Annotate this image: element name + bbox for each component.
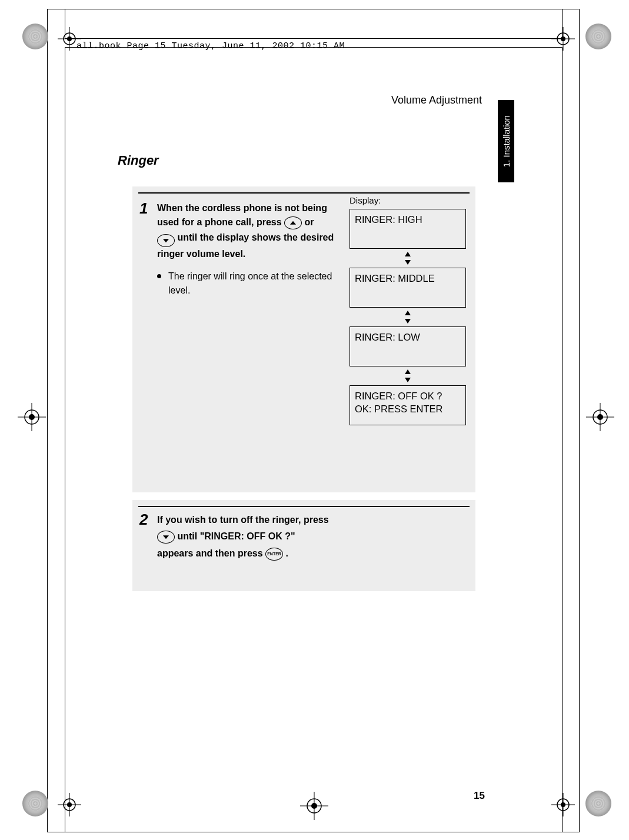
registration-target-icon xyxy=(18,403,46,431)
registration-target-icon xyxy=(549,791,577,819)
svg-marker-29 xyxy=(405,260,411,265)
display-box: RINGER: LOW xyxy=(350,326,466,366)
svg-marker-31 xyxy=(405,319,411,324)
step-number: 2 xyxy=(139,511,148,529)
step-text: used for a phone call, press xyxy=(157,217,284,227)
double-arrow-icon xyxy=(350,369,466,382)
display-box: RINGER: OFF OK ? OK: PRESS ENTER xyxy=(350,385,466,425)
step-rule xyxy=(138,192,470,194)
down-arrow-button-icon xyxy=(157,531,175,544)
double-arrow-icon xyxy=(350,311,466,324)
display-box: RINGER: MIDDLE xyxy=(350,268,466,308)
display-text: RINGER: LOW xyxy=(355,332,420,342)
step-instruction: When the cordless phone is not being use… xyxy=(157,201,337,298)
crop-line xyxy=(562,47,563,832)
svg-marker-33 xyxy=(405,378,411,382)
display-text: RINGER: OFF OK ? xyxy=(355,391,442,401)
enter-button-icon: ENTER xyxy=(265,548,283,561)
running-header: all.book Page 15 Tuesday, June 11, 2002 … xyxy=(76,41,345,51)
section-tab: 1. Installation xyxy=(498,100,514,182)
section-title: Ringer xyxy=(118,153,159,168)
crop-corner-icon xyxy=(22,791,48,816)
display-text: RINGER: HIGH xyxy=(355,214,422,225)
crop-line xyxy=(562,9,563,38)
section-tab-label: 1. Installation xyxy=(501,115,511,167)
page-header: Volume Adjustment xyxy=(391,94,482,106)
step-text: until "RINGER: OFF OK ?" xyxy=(177,531,295,541)
bullet-item: The ringer will ring once at the selecte… xyxy=(157,269,337,298)
registration-target-icon xyxy=(300,792,328,820)
bullet-icon xyxy=(157,274,161,278)
step-text: If you wish to turn off the ringer, pres… xyxy=(157,515,329,525)
registration-target-icon xyxy=(55,791,84,819)
up-arrow-button-icon xyxy=(284,216,302,229)
down-arrow-button-icon xyxy=(157,234,175,247)
step-panel-2: 2 If you wish to turn off the ringer, pr… xyxy=(132,500,475,591)
double-arrow-icon xyxy=(350,252,466,265)
step-text: until the display shows the xyxy=(177,232,300,242)
crop-corner-icon xyxy=(585,791,611,816)
header-rule xyxy=(65,38,562,39)
bullet-text: The ringer will ring once at the selecte… xyxy=(168,269,337,298)
crop-line xyxy=(65,9,65,38)
step-text: or xyxy=(305,217,314,227)
svg-marker-28 xyxy=(405,252,411,256)
display-label: Display: xyxy=(350,195,466,205)
step-text: When the cordless phone is not being xyxy=(157,203,327,213)
display-text: OK: PRESS ENTER xyxy=(355,404,442,414)
crop-corner-icon xyxy=(22,24,48,49)
registration-target-icon xyxy=(549,25,577,53)
step-instruction: If you wish to turn off the ringer, pres… xyxy=(157,512,363,562)
display-preview-area: Display: RINGER: HIGH RINGER: MIDDLE RIN… xyxy=(350,195,466,425)
registration-target-icon xyxy=(586,403,614,431)
step-text: appears and then press xyxy=(157,548,265,558)
step-text: . xyxy=(286,548,288,558)
step-number: 1 xyxy=(139,199,148,218)
svg-marker-30 xyxy=(405,311,411,315)
page-number: 15 xyxy=(474,790,485,802)
step-panel-1: 1 When the cordless phone is not being u… xyxy=(132,186,475,492)
crop-line xyxy=(65,47,65,832)
display-box: RINGER: HIGH xyxy=(350,209,466,249)
crop-corner-icon xyxy=(585,24,611,49)
display-text: RINGER: MIDDLE xyxy=(355,273,435,284)
step-rule xyxy=(138,506,470,507)
svg-marker-32 xyxy=(405,369,411,374)
